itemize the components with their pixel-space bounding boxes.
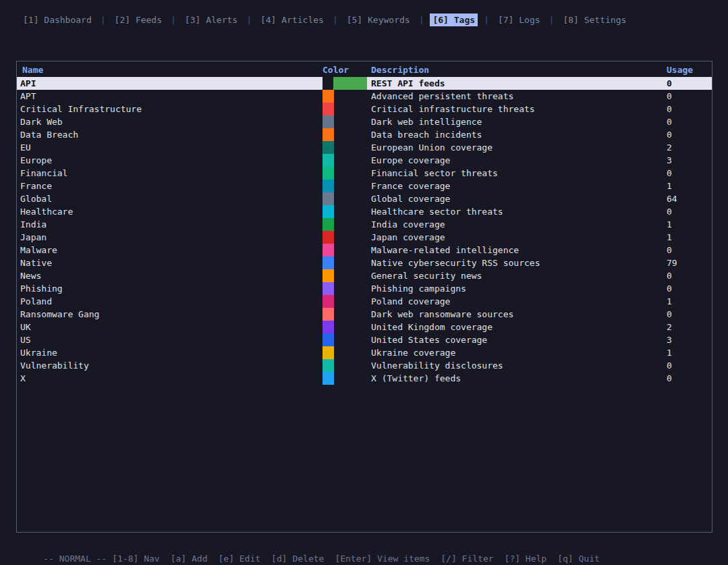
table-row[interactable]: Global Global coverage 64 bbox=[17, 192, 712, 205]
tag-color-swatch bbox=[323, 90, 334, 103]
tab-bar: [1] Dashboard|[2] Feeds|[3] Alerts|[4] A… bbox=[20, 12, 629, 27]
column-header-name: Name bbox=[17, 63, 323, 77]
tag-usage-cell: 1 bbox=[667, 295, 712, 308]
table-row[interactable]: US United States coverage 3 bbox=[17, 333, 712, 346]
column-header-usage: Usage bbox=[667, 63, 712, 77]
tag-name-cell: APT bbox=[17, 90, 323, 103]
tab-dashboard[interactable]: [1] Dashboard bbox=[20, 14, 94, 26]
tab-tags[interactable]: [6] Tags bbox=[430, 14, 478, 26]
table-row[interactable]: Europe Europe coverage 3 bbox=[17, 154, 712, 167]
tab-feeds[interactable]: [2] Feeds bbox=[112, 14, 165, 26]
tag-description-cell: Ukraine coverage bbox=[371, 346, 667, 359]
table-header: Name Color Description Usage bbox=[17, 61, 712, 77]
tag-usage-cell: 0 bbox=[667, 359, 712, 372]
status-mode: -- NORMAL -- bbox=[43, 554, 107, 564]
tab-separator: | bbox=[333, 15, 338, 25]
tag-name-cell: Critical Infrastructure bbox=[17, 103, 323, 115]
tag-color-cell bbox=[323, 128, 371, 141]
table-row[interactable]: Ukraine Ukraine coverage 1 bbox=[17, 346, 712, 359]
tag-description-cell: REST API feeds bbox=[371, 77, 667, 90]
tag-usage-cell: 2 bbox=[667, 321, 712, 333]
tag-name-cell: EU bbox=[17, 141, 323, 154]
tag-color-cell bbox=[323, 218, 371, 231]
tag-usage-cell: 0 bbox=[667, 205, 712, 218]
table-row[interactable]: APT Advanced persistent threats 0 bbox=[17, 90, 712, 103]
tab-keywords[interactable]: [5] Keywords bbox=[344, 14, 413, 26]
tag-color-swatch bbox=[323, 257, 334, 269]
table-row[interactable]: Critical Infrastructure Critical infrast… bbox=[17, 103, 712, 115]
tag-usage-cell: 0 bbox=[667, 167, 712, 180]
tag-usage-cell: 64 bbox=[667, 192, 712, 205]
tab-alerts[interactable]: [3] Alerts bbox=[182, 14, 240, 26]
tag-description-cell: European Union coverage bbox=[371, 141, 667, 154]
table-row[interactable]: Vulnerability Vulnerability disclosures … bbox=[17, 359, 712, 372]
table-row[interactable]: EU European Union coverage 2 bbox=[17, 141, 712, 154]
table-row[interactable]: Data Breach Data breach incidents 0 bbox=[17, 128, 712, 141]
table-row[interactable]: Healthcare Healthcare sector threats 0 bbox=[17, 205, 712, 218]
tag-name-cell: X bbox=[17, 372, 323, 385]
tag-color-swatch bbox=[323, 103, 334, 115]
tab-separator: | bbox=[484, 15, 489, 25]
tag-description-cell: Europe coverage bbox=[371, 154, 667, 167]
tag-name-cell: News bbox=[17, 269, 323, 282]
table-row[interactable]: Malware Malware-related intelligence 0 bbox=[17, 244, 712, 257]
tag-color-swatch bbox=[323, 115, 334, 128]
table-body: API REST API feeds 0 APT Advanced persis… bbox=[17, 77, 712, 385]
tag-color-cell bbox=[323, 257, 371, 269]
tags-table: Name Color Description Usage API REST AP… bbox=[16, 61, 712, 533]
tag-name-cell: Phishing bbox=[17, 282, 323, 295]
tag-name-cell: India bbox=[17, 218, 323, 231]
table-row[interactable]: Native Native cybersecurity RSS sources … bbox=[17, 257, 712, 269]
tab-settings[interactable]: [8] Settings bbox=[560, 14, 629, 26]
tag-color-cell bbox=[323, 205, 371, 218]
tag-color-cell bbox=[323, 180, 371, 192]
tab-separator: | bbox=[246, 15, 252, 25]
status-bar: -- NORMAL --[1-8] Nav[a] Add[e] Edit[d] … bbox=[22, 539, 611, 552]
key-hint: [d] Delete bbox=[271, 554, 324, 564]
tag-description-cell: Data breach incidents bbox=[371, 128, 667, 141]
table-row[interactable]: Financial Financial sector threats 0 bbox=[17, 167, 712, 180]
tag-color-cell bbox=[323, 269, 371, 282]
table-row[interactable]: API REST API feeds 0 bbox=[17, 77, 712, 90]
tag-color-swatch bbox=[323, 192, 334, 205]
table-row[interactable]: UK United Kingdom coverage 2 bbox=[17, 321, 712, 333]
tab-articles[interactable]: [4] Articles bbox=[258, 14, 327, 26]
tag-description-cell: United Kingdom coverage bbox=[371, 321, 667, 333]
tag-color-swatch bbox=[333, 77, 367, 90]
tag-color-cell bbox=[323, 103, 371, 115]
table-row[interactable]: Phishing Phishing campaigns 0 bbox=[17, 282, 712, 295]
tag-usage-cell: 79 bbox=[667, 257, 712, 269]
tag-description-cell: Vulnerability disclosures bbox=[371, 359, 667, 372]
tag-name-cell: France bbox=[17, 180, 323, 192]
key-hint: [q] Quit bbox=[557, 554, 600, 564]
table-row[interactable]: India India coverage 1 bbox=[17, 218, 712, 231]
table-row[interactable]: News General security news 0 bbox=[17, 269, 712, 282]
tag-color-cell bbox=[323, 141, 371, 154]
tag-description-cell: Japan coverage bbox=[371, 231, 667, 244]
tag-name-cell: Healthcare bbox=[17, 205, 323, 218]
table-row[interactable]: Dark Web Dark web intelligence 0 bbox=[17, 115, 712, 128]
tag-name-cell: Dark Web bbox=[17, 115, 323, 128]
tag-color-cell bbox=[323, 90, 371, 103]
table-row[interactable]: Japan Japan coverage 1 bbox=[17, 231, 712, 244]
tag-usage-cell: 0 bbox=[667, 282, 712, 295]
tag-color-swatch bbox=[323, 231, 334, 244]
tag-usage-cell: 0 bbox=[667, 244, 712, 257]
tag-usage-cell: 1 bbox=[667, 346, 712, 359]
table-row[interactable]: Ransomware Gang Dark web ransomware sour… bbox=[17, 308, 712, 321]
tab-logs[interactable]: [7] Logs bbox=[495, 14, 543, 26]
table-row[interactable]: France France coverage 1 bbox=[17, 180, 712, 192]
tag-description-cell: Dark web intelligence bbox=[371, 115, 667, 128]
tag-color-swatch bbox=[323, 333, 334, 346]
tag-name-cell: Poland bbox=[17, 295, 323, 308]
tag-description-cell: United States coverage bbox=[371, 333, 667, 346]
table-row[interactable]: Poland Poland coverage 1 bbox=[17, 295, 712, 308]
tag-usage-cell: 0 bbox=[667, 269, 712, 282]
tag-description-cell: General security news bbox=[371, 269, 667, 282]
tag-name-cell: UK bbox=[17, 321, 323, 333]
tag-color-cell bbox=[323, 372, 371, 385]
tag-name-cell: Malware bbox=[17, 244, 323, 257]
table-row[interactable]: X X (Twitter) feeds 0 bbox=[17, 372, 712, 385]
key-hint: [?] Help bbox=[505, 554, 547, 564]
tag-color-cell bbox=[323, 282, 371, 295]
